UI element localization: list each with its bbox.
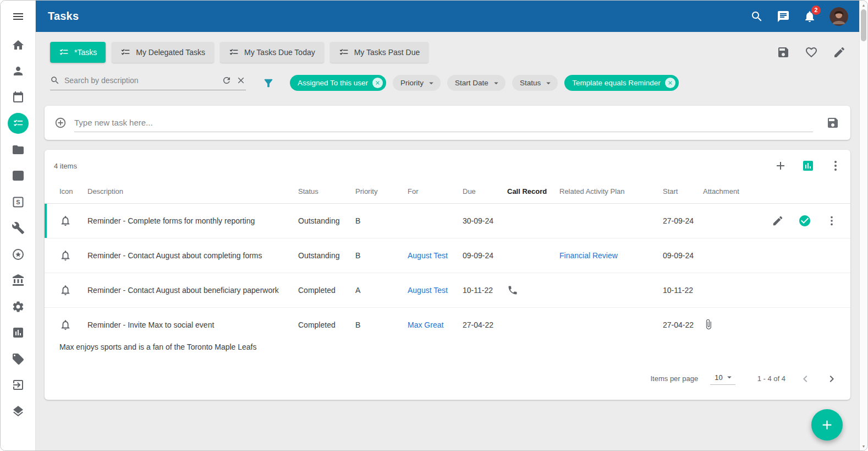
chip-remove-icon[interactable] xyxy=(665,78,675,88)
save-task-button[interactable] xyxy=(826,116,839,129)
task-description: Reminder - Invite Max to social event xyxy=(87,308,298,343)
scroll-up-arrow[interactable]: ▲ xyxy=(860,1,867,9)
tag-icon xyxy=(12,352,25,366)
related-activity-plan-link[interactable]: Financial Review xyxy=(559,251,618,260)
chip-priority[interactable]: Priority xyxy=(393,75,441,91)
save-icon xyxy=(826,116,839,129)
sidebar-item-home[interactable] xyxy=(1,32,35,58)
next-page-button[interactable] xyxy=(825,372,838,385)
table-menu-button[interactable] xyxy=(829,159,842,172)
chip-assigned-to-this-user[interactable]: Assigned To this user xyxy=(290,75,386,91)
task-start: 27-04-22 xyxy=(663,308,703,343)
top-header: Tasks 2 xyxy=(36,1,859,32)
saved-views-row: *Tasks My Delegated Tasks My Tasks Due T… xyxy=(50,42,850,63)
layers-icon xyxy=(12,405,25,418)
sidebar-item-s-module[interactable]: S xyxy=(1,189,35,215)
add-task-button[interactable] xyxy=(774,159,787,172)
page-size-select[interactable]: 10 xyxy=(710,372,735,385)
filter-button[interactable] xyxy=(262,77,274,89)
column-header-status[interactable]: Status xyxy=(298,182,355,204)
chart-view-button[interactable] xyxy=(801,159,815,172)
column-header-for[interactable]: For xyxy=(408,182,463,204)
paperclip-icon[interactable] xyxy=(703,319,714,330)
clear-search-button[interactable] xyxy=(236,75,246,85)
app-window: S Tasks xyxy=(0,0,868,451)
page-title: Tasks xyxy=(48,10,79,23)
checklist-icon xyxy=(59,47,69,57)
phone-icon[interactable] xyxy=(507,285,555,296)
edit-task-button[interactable] xyxy=(772,215,784,227)
chip-start-date[interactable]: Start Date xyxy=(447,75,506,91)
edit-view-button[interactable] xyxy=(833,46,846,59)
chip-label: Priority xyxy=(400,79,424,87)
view-actions xyxy=(777,46,846,59)
chip-remove-icon[interactable] xyxy=(372,78,383,88)
task-description: Reminder - Contact August about completi… xyxy=(87,238,298,273)
chat-button[interactable] xyxy=(777,10,790,23)
column-header-description[interactable]: Description xyxy=(87,182,298,204)
previous-page-button[interactable] xyxy=(799,372,812,385)
scrollbar-thumb[interactable] xyxy=(861,9,866,41)
sidebar-item-contacts[interactable] xyxy=(1,163,35,189)
heart-icon xyxy=(805,46,818,59)
column-header-related-activity-plan[interactable]: Related Activity Plan xyxy=(559,182,663,204)
save-view-button[interactable] xyxy=(777,46,790,59)
sidebar-item-tags[interactable] xyxy=(1,346,35,372)
sidebar-item-exit[interactable] xyxy=(1,372,35,399)
page-size-value: 10 xyxy=(715,373,722,382)
column-header-start[interactable]: Start xyxy=(663,182,703,204)
sidebar-item-institutions[interactable] xyxy=(1,268,35,294)
tab-my-tasks-due-today[interactable]: My Tasks Due Today xyxy=(220,42,324,63)
for-link[interactable]: August Test xyxy=(408,286,448,295)
funnel-icon xyxy=(262,77,274,89)
refresh-button[interactable] xyxy=(222,75,232,85)
table-row[interactable]: Reminder - Contact August about benefici… xyxy=(45,273,850,308)
notifications-button[interactable]: 2 xyxy=(803,10,816,23)
new-task-input[interactable] xyxy=(74,118,813,127)
table-row[interactable]: Reminder - Invite Max to social event Co… xyxy=(45,308,850,343)
add-circle-icon[interactable] xyxy=(54,117,67,129)
favorite-view-button[interactable] xyxy=(805,46,818,59)
row-menu-button[interactable] xyxy=(826,215,838,227)
sidebar-item-folder[interactable] xyxy=(1,137,35,163)
column-header-call-record[interactable]: Call Record xyxy=(507,182,559,204)
sidebar-item-features[interactable] xyxy=(1,241,35,268)
star-circle-icon xyxy=(12,248,25,261)
close-icon xyxy=(236,75,246,85)
bar-chart-icon xyxy=(801,159,815,172)
chip-template-equals-reminder[interactable]: Template equals Reminder xyxy=(564,75,679,91)
sidebar-item-calendar[interactable] xyxy=(1,84,35,111)
menu-button[interactable] xyxy=(1,1,35,32)
sidebar-item-tools[interactable] xyxy=(1,215,35,242)
scroll-down-arrow[interactable]: ▼ xyxy=(860,442,867,450)
column-header-priority[interactable]: Priority xyxy=(355,182,408,204)
avatar[interactable] xyxy=(829,7,848,26)
chevron-down-icon xyxy=(426,78,436,88)
search-input[interactable] xyxy=(64,76,217,85)
sidebar-item-person[interactable] xyxy=(1,58,35,85)
chip-status[interactable]: Status xyxy=(512,75,558,91)
new-task-input-underline xyxy=(74,113,813,132)
tab-tasks[interactable]: *Tasks xyxy=(50,42,106,63)
items-per-page-label: Items per page xyxy=(651,374,699,383)
column-header-icon[interactable]: Icon xyxy=(45,182,87,204)
sidebar-item-tasks[interactable] xyxy=(1,111,35,137)
add-fab-button[interactable] xyxy=(811,409,843,441)
column-header-attachment[interactable]: Attachment xyxy=(703,182,765,204)
for-link[interactable]: August Test xyxy=(408,251,448,260)
column-header-due[interactable]: Due xyxy=(463,182,507,204)
search-icon xyxy=(50,75,60,85)
tab-my-delegated-tasks[interactable]: My Delegated Tasks xyxy=(112,42,214,63)
folder-icon xyxy=(12,143,25,156)
search-button[interactable] xyxy=(750,10,763,23)
chevron-down-icon xyxy=(491,78,501,88)
sidebar-item-settings[interactable] xyxy=(1,294,35,320)
table-row[interactable]: Reminder - Complete forms for monthly re… xyxy=(45,204,850,238)
sidebar-item-reports[interactable] xyxy=(1,320,35,346)
table-row[interactable]: Reminder - Contact August about completi… xyxy=(45,238,850,273)
chip-label: Start Date xyxy=(455,79,488,87)
sidebar-item-layers[interactable] xyxy=(1,398,35,425)
complete-task-button[interactable] xyxy=(798,214,811,227)
tab-my-tasks-past-due[interactable]: My Tasks Past Due xyxy=(330,42,429,63)
for-link[interactable]: Max Great xyxy=(408,320,443,329)
